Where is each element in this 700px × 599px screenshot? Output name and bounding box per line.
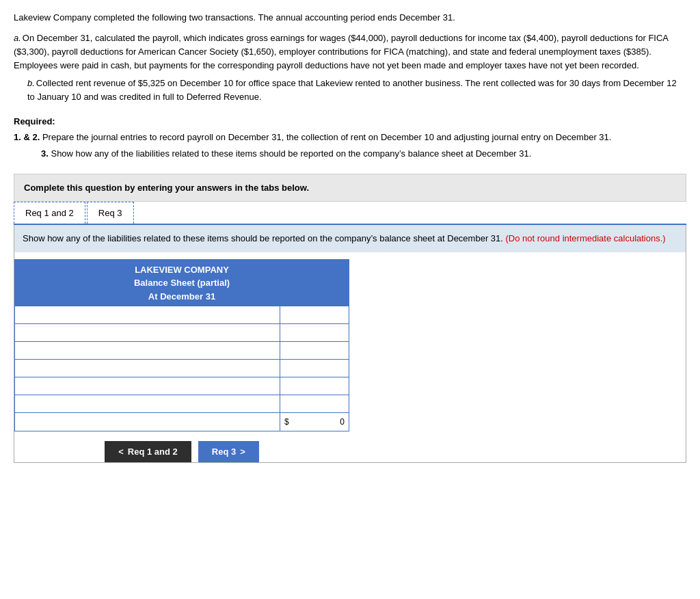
bs-input-value-7[interactable] [292,415,345,429]
bs-input-label-7[interactable] [19,415,275,429]
bs-input-value-6[interactable] [284,397,345,410]
bs-title2: Balance Sheet (partial) [18,276,346,290]
bs-input-value-4[interactable] [284,362,345,375]
instruction-text: Complete this question by entering your … [24,183,309,193]
bs-header: LAKEVIEW COMPANY Balance Sheet (partial)… [15,260,349,307]
bs-input-label-4[interactable] [19,362,275,375]
tab-note: (Do not round intermediate calculations.… [506,233,666,243]
bottom-nav: Req 1 and 2 Req 3 [14,441,349,462]
problem-b-text: Collected rent revenue of $5,325 on Dece… [27,78,677,102]
bs-input-value-1[interactable] [284,308,345,321]
bs-value-4[interactable] [280,360,349,377]
bs-value-3[interactable] [280,342,349,359]
bs-input-label-6[interactable] [19,397,275,410]
bs-value-5[interactable] [280,377,349,395]
bs-value-7: $ [280,413,349,431]
bs-label-1[interactable] [15,306,280,323]
tabs-row: Req 1 and 2 Req 3 [14,202,686,225]
bs-label-7[interactable] [15,413,280,431]
bs-input-label-5[interactable] [19,380,275,392]
bs-input-label-1[interactable] [19,308,275,321]
problem-a: a.On December 31, calculated the payroll… [14,31,686,72]
problem-a-label: a. [14,33,21,43]
bs-title3: At December 31 [18,290,346,304]
bs-body: $ [15,306,349,431]
req-3-prefix: 3. [41,148,49,159]
bs-label-3[interactable] [15,342,280,359]
req-1-2-prefix: 1. & 2. [14,132,40,142]
balance-sheet: LAKEVIEW COMPANY Balance Sheet (partial)… [14,259,349,432]
tabs-container: Show how any of the liabilities related … [14,225,686,463]
tab-content: Show how any of the liabilities related … [14,225,686,252]
table-row: $ [15,413,349,431]
table-row [15,360,349,377]
problem-b-label: b. [27,78,35,88]
instruction-box: Complete this question by entering your … [14,174,686,202]
bs-value-1[interactable] [280,306,349,323]
bs-value-2[interactable] [280,324,349,341]
tab-main-text: Show how any of the liabilities related … [23,233,503,243]
bs-input-value-3[interactable] [284,344,345,357]
intro-text: Lakeview Company completed the following… [14,11,686,25]
bs-label-2[interactable] [15,324,280,341]
prev-button-label: Req 1 and 2 [128,447,178,457]
req-1-2-text: Prepare the journal entries to record pa… [42,132,611,142]
problem-b: b.Collected rent revenue of $5,325 on De… [27,77,686,104]
bs-title1: LAKEVIEW COMPANY [18,263,346,277]
bs-input-label-3[interactable] [19,344,275,357]
next-button[interactable]: Req 3 [198,441,259,462]
table-row [15,306,349,324]
req-item-3: 3. Show how any of the liabilities relat… [41,147,686,161]
table-row [15,342,349,360]
table-row [15,395,349,413]
required-section: Required: 1. & 2. Prepare the journal en… [14,116,686,160]
bs-input-label-2[interactable] [19,326,275,339]
tab-req-3[interactable]: Req 3 [87,202,134,224]
bs-label-4[interactable] [15,360,280,377]
dollar-sign: $ [284,417,289,427]
bs-input-value-5[interactable] [284,380,345,392]
problem-a-text: On December 31, calculated the payroll, … [14,33,668,70]
tab-req-1-2[interactable]: Req 1 and 2 [14,202,85,224]
table-row [15,324,349,342]
table-row [15,377,349,395]
bs-label-5[interactable] [15,377,280,395]
bs-input-value-2[interactable] [284,326,345,339]
req-3-text: Show how any of the liabilities related … [51,148,531,159]
next-button-label: Req 3 [212,447,236,457]
prev-button[interactable]: Req 1 and 2 [105,441,191,462]
bs-value-6[interactable] [280,395,349,412]
bs-label-6[interactable] [15,395,280,412]
req-item-1-2: 1. & 2. Prepare the journal entries to r… [14,131,686,144]
required-label: Required: [14,116,686,127]
